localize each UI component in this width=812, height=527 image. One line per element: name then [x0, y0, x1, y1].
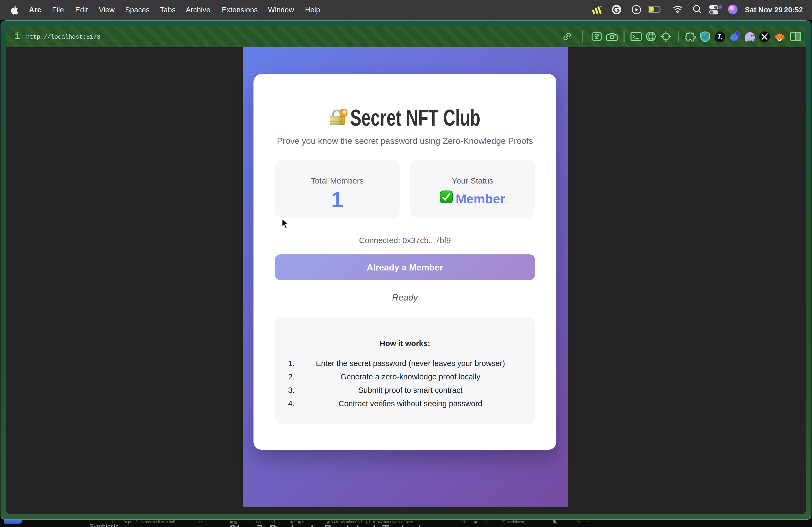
svg-text:L: L: [717, 32, 722, 41]
